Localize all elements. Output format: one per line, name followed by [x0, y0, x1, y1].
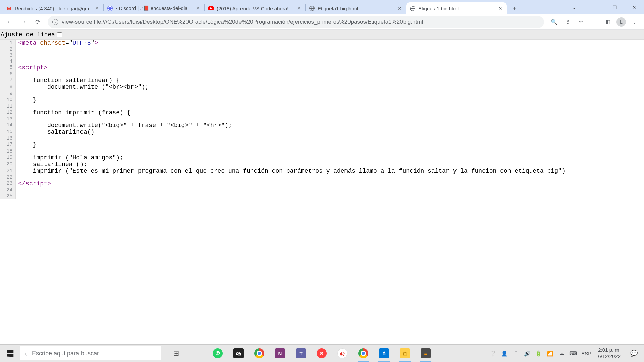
language-indicator[interactable]: ESP [580, 345, 593, 362]
line-number: 7 [0, 77, 15, 84]
zoom-icon[interactable]: 🔍 [548, 16, 560, 28]
microsoft-store-icon[interactable]: 🛍 [228, 345, 249, 362]
url-bar[interactable]: i view-source:file:///C:/Users/luisi/Des… [48, 16, 544, 28]
profile-avatar[interactable]: L [616, 17, 626, 27]
windows-taskbar: ⌕ Escribe aquí para buscar ⊞ ✆ 🛍 N T S @… [0, 344, 644, 362]
line-number: 2 [0, 46, 15, 52]
language-label: ESP [581, 351, 591, 356]
site-info-icon[interactable]: i [52, 19, 58, 25]
line-code[interactable] [15, 46, 644, 52]
view-source-body: Ajuste de línea 1<meta charset="UTF-8">2… [0, 30, 644, 344]
line-code[interactable] [15, 174, 644, 180]
kebab-menu-icon[interactable]: ⋮ [629, 16, 641, 28]
browser-tab-strip: M Recibidos (4.340) - luetogar@gm ✕ • Di… [0, 0, 644, 14]
maximize-button[interactable]: ☐ [605, 0, 625, 14]
line-code[interactable]: } [15, 141, 644, 148]
chevron-up-icon[interactable]: ˄ [512, 345, 520, 362]
chrome-running-icon[interactable] [353, 345, 374, 362]
line-number: 4 [0, 58, 15, 64]
line-number: 18 [0, 148, 15, 154]
line-code[interactable]: imprimir ("Este es mi primer programa co… [15, 168, 644, 174]
start-button[interactable] [0, 345, 20, 362]
whatsapp-icon[interactable]: ✆ [207, 345, 228, 362]
line-code[interactable] [15, 71, 644, 77]
people-icon[interactable]: 👤 [500, 345, 509, 362]
globe-icon [309, 5, 315, 11]
line-code[interactable] [15, 90, 644, 97]
action-center-icon[interactable]: 💬 [626, 345, 642, 362]
tab-label: (2018) Aprende VS Code ahora! [217, 6, 294, 11]
source-line: 24 [0, 187, 644, 193]
line-number: 3 [0, 52, 15, 58]
tab-label: Etiqueta1 big.html [418, 6, 495, 11]
line-code[interactable] [15, 52, 644, 58]
gmail-icon: M [6, 5, 12, 11]
system-tray: ❔ 👤 ˄ 🔊 🔋 📶 ☁ ⌨ ESP 2:01 p. m. 6/12/2022… [489, 345, 644, 362]
onedrive-icon[interactable]: ☁ [557, 345, 566, 362]
taskbar-clock[interactable]: 2:01 p. m. 6/12/2022 [595, 347, 623, 360]
search-icon: ⌕ [25, 350, 29, 357]
tab-etiqueta-page[interactable]: Etiqueta1 big.html ✕ [306, 2, 406, 14]
line-code[interactable] [15, 135, 644, 141]
forward-button[interactable]: → [17, 16, 30, 28]
line-code[interactable] [15, 193, 644, 199]
back-button[interactable]: ← [3, 16, 15, 28]
minimize-button[interactable]: — [586, 0, 605, 14]
keyboard-icon[interactable]: ⌨ [569, 345, 577, 362]
line-code[interactable]: imprimir ("Hola amigos"); [15, 154, 644, 161]
taskbar-search[interactable]: ⌕ Escribe aquí para buscar [20, 346, 161, 360]
source-line: 20 saltarlinea (); [0, 161, 644, 168]
onenote-icon[interactable]: N [270, 345, 290, 362]
line-code[interactable]: } [15, 97, 644, 103]
share-icon[interactable]: ⇪ [561, 16, 574, 28]
teams-icon[interactable]: T [290, 345, 311, 362]
close-icon[interactable]: ✕ [497, 5, 503, 11]
side-panel-icon[interactable]: ◧ [602, 16, 614, 28]
close-window-button[interactable]: ✕ [625, 0, 644, 14]
reload-button[interactable]: ⟳ [32, 16, 44, 28]
close-icon[interactable]: ✕ [296, 5, 302, 11]
tab-youtube[interactable]: (2018) Aprende VS Code ahora! ✕ [205, 2, 305, 14]
line-code[interactable] [15, 116, 644, 122]
new-tab-button[interactable]: + [508, 2, 520, 14]
url-text: view-source:file:///C:/Users/luisi/Deskt… [62, 19, 423, 25]
app-a-icon[interactable]: @ [332, 345, 353, 362]
tab-etiqueta-source[interactable]: Etiqueta1 big.html ✕ [406, 2, 507, 14]
close-icon[interactable]: ✕ [397, 5, 403, 11]
line-code[interactable]: document.write("<big>" + frase + "<big>"… [15, 122, 644, 129]
line-code[interactable] [15, 148, 644, 154]
line-code[interactable]: function imprimir (frase) { [15, 109, 644, 116]
battery-icon[interactable]: 🔋 [534, 345, 543, 362]
close-icon[interactable]: ✕ [94, 5, 100, 11]
vscode-icon[interactable]: ⋔ [374, 345, 394, 362]
source-line: 5<script> [0, 64, 644, 71]
tab-discord[interactable]: • Discord | #📕¦encuesta-del-dia ✕ [104, 2, 204, 14]
wifi-icon[interactable]: 📶 [546, 345, 554, 362]
tab-gmail[interactable]: M Recibidos (4.340) - luetogar@gm ✕ [3, 2, 103, 14]
tab-search-chevron-icon[interactable]: ⌄ [564, 0, 584, 14]
reading-list-icon[interactable]: ≡ [588, 16, 600, 28]
line-code[interactable]: </script> [15, 180, 644, 187]
help-icon[interactable]: ❔ [489, 345, 497, 362]
line-code[interactable]: saltarlinea() [15, 129, 644, 135]
line-code[interactable] [15, 58, 644, 64]
tab-label: • Discord | #📕¦encuesta-del-dia [116, 5, 193, 11]
line-code[interactable] [15, 103, 644, 109]
sublime-icon[interactable]: ≡ [415, 345, 436, 362]
line-code[interactable]: saltarlinea (); [15, 161, 644, 168]
line-code[interactable]: document.write ("<br><br>"); [15, 84, 644, 90]
task-view-button[interactable]: ⊞ [166, 345, 186, 362]
line-code[interactable]: <script> [15, 64, 644, 71]
app-s-icon[interactable]: S [311, 345, 332, 362]
line-wrap-checkbox[interactable] [57, 32, 62, 37]
line-code[interactable] [15, 187, 644, 193]
file-explorer-icon[interactable]: 🗀 [394, 345, 415, 362]
line-code[interactable]: function saltarlinea() { [15, 77, 644, 84]
volume-icon[interactable]: 🔊 [523, 345, 532, 362]
line-code[interactable]: <meta charset="UTF-8"> [15, 40, 644, 46]
line-number: 14 [0, 122, 15, 129]
chrome-icon[interactable] [249, 345, 270, 362]
bookmark-star-icon[interactable]: ☆ [575, 16, 587, 28]
close-icon[interactable]: ✕ [195, 5, 201, 11]
line-number: 15 [0, 129, 15, 135]
